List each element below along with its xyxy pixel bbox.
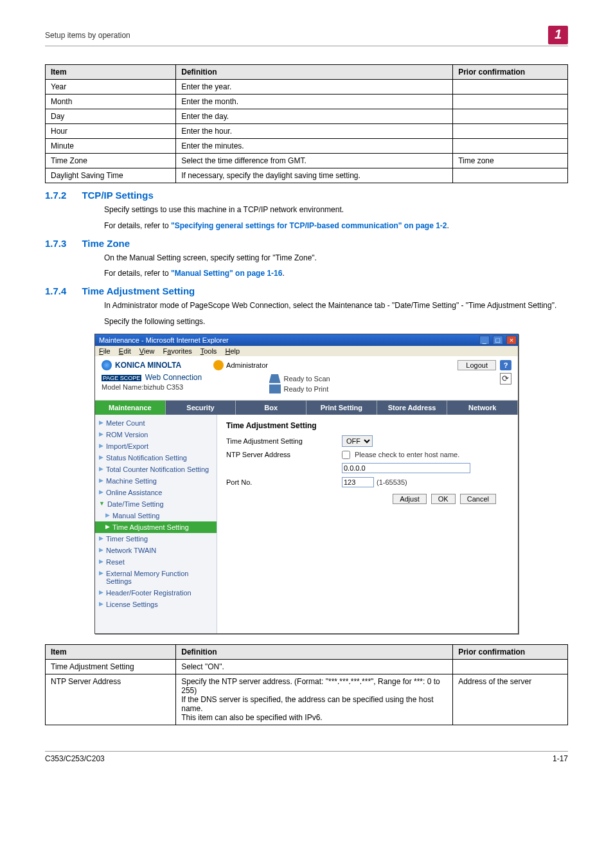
input-ntp-address[interactable] <box>342 463 470 473</box>
embedded-screenshot: Maintenance - Microsoft Internet Explore… <box>94 334 519 634</box>
adjust-button[interactable]: Adjust <box>393 494 427 504</box>
table-row: MinuteEnter the minutes. <box>46 139 568 154</box>
tab-network[interactable]: Network <box>447 401 518 415</box>
table-row: Time Adjustment SettingSelect "ON". <box>46 659 568 674</box>
running-header: Setup items by operation <box>45 31 130 40</box>
sidebar-header-footer[interactable]: ▶Header/Footer Registration <box>95 587 217 599</box>
sidebar-timer-setting[interactable]: ▶Timer Setting <box>95 533 217 545</box>
menu-file[interactable]: File <box>99 347 111 355</box>
panel-title: Time Adjustment Setting <box>226 421 509 430</box>
link-manual-setting[interactable]: "Manual Setting" on page 1-16 <box>171 269 282 278</box>
menu-favorites[interactable]: Favorites <box>163 347 192 355</box>
sec-173-p2: For details, refer to "Manual Setting" o… <box>104 268 568 279</box>
sidebar-machine-setting[interactable]: ▶Machine Setting <box>95 475 217 487</box>
defs-table-2: Item Definition Prior confirmation Time … <box>45 644 568 725</box>
tab-bar: Maintenance Security Box Print Setting S… <box>95 401 518 415</box>
sidebar-total-counter-notification[interactable]: ▶Total Counter Notification Setting <box>95 464 217 475</box>
sec-172-num: 1.7.2 <box>45 190 66 201</box>
window-buttons: _ □ × <box>478 336 517 345</box>
web-connection-label: PAGE SCOPE Web Connection <box>102 373 202 382</box>
sidebar-date-time-setting[interactable]: ▼Date/Time Setting <box>95 498 217 510</box>
sidebar-time-adjustment-setting[interactable]: ▶Time Adjustment Setting <box>95 521 217 533</box>
tab-print-setting[interactable]: Print Setting <box>306 401 377 415</box>
pagescope-badge: PAGE SCOPE <box>102 375 141 381</box>
admin-label: Administrator <box>226 361 268 369</box>
input-port-no[interactable] <box>342 477 374 487</box>
sidebar-license-settings[interactable]: ▶License Settings <box>95 599 217 610</box>
sidebar-external-memory[interactable]: ▶External Memory Function Settings <box>95 568 217 587</box>
menu-help[interactable]: Help <box>225 347 240 355</box>
ready-print: Ready to Print <box>284 385 329 393</box>
main-panel: Time Adjustment Setting Time Adjustment … <box>217 415 518 633</box>
model-name: Model Name:bizhub C353 <box>102 383 202 391</box>
sidebar-online-assistance[interactable]: ▶Online Assistance <box>95 487 217 498</box>
sidebar-manual-setting[interactable]: ▶Manual Setting <box>95 510 217 521</box>
window-titlebar: Maintenance - Microsoft Internet Explore… <box>95 334 518 346</box>
sec-174-p2: Specify the following settings. <box>104 316 568 327</box>
window-title: Maintenance - Microsoft Internet Explore… <box>99 336 229 344</box>
menu-view[interactable]: View <box>139 347 155 355</box>
note-hostname: Please check to enter host name. <box>355 451 459 458</box>
sidebar-meter-count[interactable]: ▶Meter Count <box>95 417 217 429</box>
ready-scan: Ready to Scan <box>284 375 330 383</box>
sec-174-title: Time Adjustment Setting <box>82 285 195 296</box>
tab-security[interactable]: Security <box>166 401 236 415</box>
note-port-range: (1-65535) <box>377 478 407 486</box>
sec-173-p1: On the Manual Setting screen, specify se… <box>104 253 568 264</box>
table-row: NTP Server AddressSpecify the NTP server… <box>46 674 568 725</box>
sec-172-title: TCP/IP Settings <box>82 190 153 201</box>
table-row: Time ZoneSelect the time difference from… <box>46 154 568 168</box>
sidebar: ▶Meter Count ▶ROM Version ▶Import/Export… <box>95 415 217 633</box>
sec-173-title: Time Zone <box>82 238 130 249</box>
close-button[interactable]: × <box>506 336 517 345</box>
th-item: Item <box>46 65 176 80</box>
tab-store-address[interactable]: Store Address <box>377 401 448 415</box>
brand-logo: KONICA MINOLTA <box>102 360 181 370</box>
ok-button[interactable]: OK <box>431 494 456 504</box>
table-row: YearEnter the year. <box>46 80 568 95</box>
label-time-adjustment: Time Adjustment Setting <box>226 437 342 445</box>
th2-item: Item <box>46 644 176 659</box>
table-row: MonthEnter the month. <box>46 95 568 109</box>
sec-173-num: 1.7.3 <box>45 238 66 249</box>
footer-right: 1-17 <box>553 754 568 763</box>
select-time-adjustment[interactable]: OFF <box>342 435 373 447</box>
brand-logo-icon <box>102 360 112 370</box>
menu-edit[interactable]: Edit <box>119 347 131 355</box>
sidebar-import-export[interactable]: ▶Import/Export <box>95 440 217 452</box>
help-icon[interactable]: ? <box>500 360 511 370</box>
label-port-no: Port No. <box>226 478 342 486</box>
defs-table-1: Item Definition Prior confirmation YearE… <box>45 64 568 183</box>
sidebar-reset[interactable]: ▶Reset <box>95 556 217 568</box>
th2-prior: Prior confirmation <box>453 644 568 659</box>
sec-172-p1: Specify settings to use this machine in … <box>104 204 568 215</box>
page-badge: 1 <box>548 26 568 44</box>
link-tcpip[interactable]: "Specifying general settings for TCP/IP-… <box>171 221 447 230</box>
gear-icon <box>213 360 224 370</box>
menu-tools[interactable]: Tools <box>200 347 217 355</box>
printer-icon <box>269 384 281 393</box>
tab-box[interactable]: Box <box>236 401 306 415</box>
sec-174-num: 1.7.4 <box>45 285 66 296</box>
sidebar-status-notification[interactable]: ▶Status Notification Setting <box>95 452 217 464</box>
scanner-icon <box>269 374 281 383</box>
th-prior: Prior confirmation <box>453 65 568 80</box>
label-ntp-server: NTP Server Address <box>226 451 342 458</box>
table-row: Daylight Saving TimeIf necessary, specif… <box>46 168 568 183</box>
checkbox-hostname[interactable] <box>342 451 350 459</box>
cancel-button[interactable]: Cancel <box>460 494 496 504</box>
minimize-button[interactable]: _ <box>479 336 490 345</box>
menubar: File Edit View Favorites Tools Help <box>95 346 518 356</box>
sec-174-p1: In Administrator mode of PageScope Web C… <box>104 300 568 311</box>
sidebar-rom-version[interactable]: ▶ROM Version <box>95 429 217 440</box>
th-def: Definition <box>176 65 453 80</box>
sidebar-network-twain[interactable]: ▶Network TWAIN <box>95 545 217 556</box>
table-row: DayEnter the day. <box>46 109 568 124</box>
logout-button[interactable]: Logout <box>458 360 496 370</box>
tab-maintenance[interactable]: Maintenance <box>95 401 166 415</box>
footer-left: C353/C253/C203 <box>45 754 105 763</box>
th2-def: Definition <box>176 644 453 659</box>
sec-172-p2: For details, refer to "Specifying genera… <box>104 221 568 231</box>
refresh-icon[interactable]: ⟳ <box>500 373 511 384</box>
maximize-button[interactable]: □ <box>493 336 503 345</box>
